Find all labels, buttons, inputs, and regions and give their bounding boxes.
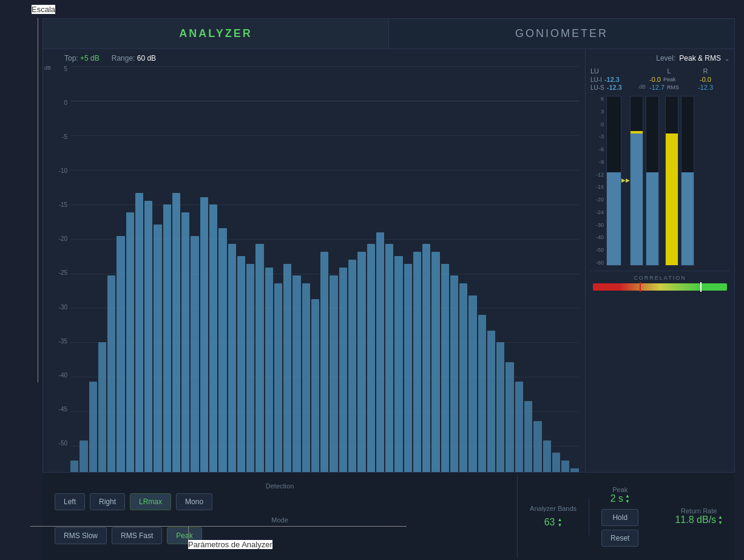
bar-23 — [283, 264, 291, 480]
bar-19 — [246, 264, 254, 480]
mode-rms-fast-btn[interactable]: RMS Fast — [112, 527, 162, 544]
return-stepper[interactable]: ▲▼ — [718, 514, 723, 525]
level-header: Level: Peak & RMS ⌄ — [590, 54, 729, 62]
vu-scale-n60: -60 — [590, 260, 604, 266]
r-header: R — [689, 67, 722, 75]
lu-s-val: -12.3 — [607, 84, 622, 91]
vu-scale-n16: -16 — [590, 184, 604, 190]
content-area: Top: +5 dB Range: 60 dB dB 5 0 -5 -10 -1… — [43, 49, 734, 511]
tab-analyzer[interactable]: ANALYZER — [43, 19, 389, 49]
detection-label: Detection — [55, 482, 505, 490]
bar-44 — [478, 315, 486, 480]
peak-val: 2 s ▲▼ — [610, 493, 630, 504]
level-dropdown-arrow[interactable]: ⌄ — [725, 55, 729, 62]
bar-38 — [422, 244, 430, 480]
lu-i-val: -12.3 — [604, 76, 620, 83]
det-right-btn[interactable]: Right — [90, 493, 125, 510]
bar-9 — [154, 224, 161, 480]
y-label-n45: -45 — [46, 407, 67, 413]
mode-buttons: RMS Slow RMS Fast Peak — [55, 527, 505, 544]
bar-31 — [357, 252, 365, 480]
bar-47 — [506, 362, 513, 480]
hold-btn[interactable]: Hold — [601, 509, 638, 526]
vu-r-peak-bar — [666, 133, 678, 265]
vu-scale-n40: -40 — [590, 234, 604, 240]
corr-indicator-red — [640, 282, 641, 292]
bar-14 — [200, 197, 208, 480]
det-left-btn[interactable]: Left — [55, 493, 85, 510]
y-axis: 5 0 -5 -10 -15 -20 -25 -30 -35 -40 -45 -… — [43, 66, 70, 481]
vu-lu-meter: ▶ — [606, 96, 621, 266]
bar-33 — [376, 232, 384, 480]
correlation-bar — [593, 283, 727, 291]
bar-13 — [191, 236, 198, 480]
mode-rms-slow-btn[interactable]: RMS Slow — [55, 527, 107, 544]
l-header: L — [649, 67, 689, 75]
bar-20 — [255, 244, 263, 480]
lu-col-header: LU LU-I -12.3 LU-S -12.3 — [590, 67, 639, 91]
vu-lu-bar — [607, 172, 621, 265]
bar-30 — [348, 260, 356, 480]
det-mono-btn[interactable]: Mono — [176, 493, 212, 510]
vu-scale-n50: -50 — [590, 247, 604, 253]
bar-39 — [431, 252, 439, 480]
vu-scale-n3: -3 — [590, 133, 604, 140]
lu-s-label: LU-S — [590, 84, 604, 91]
bar-29 — [339, 268, 347, 480]
y-label-n50: -50 — [46, 440, 67, 447]
bar-36 — [404, 264, 412, 480]
det-lrmax-btn[interactable]: LRmax — [130, 493, 171, 510]
l-peak-label: Peak — [663, 76, 676, 83]
params-line-h — [30, 526, 407, 527]
bar-35 — [394, 256, 402, 480]
y-label-n10: -10 — [46, 168, 67, 174]
bar-17 — [228, 244, 236, 480]
bar-16 — [218, 228, 226, 480]
l-rms-val: -12.7 — [649, 84, 665, 91]
y-label-n15: -15 — [46, 202, 67, 208]
mode-label: Mode — [55, 516, 505, 524]
bands-label: Analyzer Bands — [530, 505, 577, 512]
bottom-controls: Detection Left Right LRmax Mono Mode RMS… — [42, 472, 735, 560]
peak-hold-reset-col: Peak 2 s ▲▼ Hold Reset — [601, 486, 638, 547]
vu-scale-n30: -30 — [590, 222, 604, 228]
lu-header: LU — [590, 67, 639, 75]
bar-46 — [496, 342, 504, 480]
bar-6 — [126, 212, 134, 480]
bar-49 — [524, 401, 532, 480]
detection-group: Detection Left Right LRmax Mono — [55, 482, 505, 510]
bar-37 — [413, 252, 421, 480]
header-tabs: ANALYZER GONIOMETER — [43, 19, 734, 49]
gonio-panel: Level: Peak & RMS ⌄ LU LU-I -12.3 LU-S -… — [586, 49, 734, 511]
main-container: ANALYZER GONIOMETER Top: +5 dB Range: 60… — [42, 18, 735, 511]
vu-scale-n6: -6 — [590, 146, 604, 152]
vu-l-peak-meter: ▶ — [630, 96, 643, 266]
vu-l-peak-top — [631, 131, 643, 133]
tab-goniometer[interactable]: GONIOMETER — [389, 19, 734, 49]
level-value: Peak & RMS — [679, 54, 721, 62]
y-label-n5: -5 — [46, 134, 67, 140]
y-label-n25: -25 — [46, 270, 67, 276]
reset-btn[interactable]: Reset — [601, 530, 638, 547]
bar-24 — [293, 275, 300, 480]
peak-section: Peak 2 s ▲▼ — [610, 486, 630, 504]
return-value: 11.8 dB/s — [675, 514, 716, 525]
y-label-n40: -40 — [46, 373, 67, 379]
bar-5 — [117, 236, 124, 480]
bar-7 — [135, 193, 143, 480]
bar-50 — [533, 421, 541, 480]
peak-stepper[interactable]: ▲▼ — [625, 493, 630, 504]
vu-scale-n12: -12 — [590, 172, 604, 178]
bands-stepper[interactable]: ▲▼ — [558, 517, 563, 528]
bar-11 — [172, 193, 180, 480]
l-rms-label: RMS — [667, 84, 679, 90]
bar-41 — [450, 275, 458, 480]
bar-34 — [385, 244, 393, 480]
chart-area: dB 5 0 -5 -10 -15 -20 -25 -30 -35 -40 -4… — [43, 66, 585, 496]
bar-42 — [459, 283, 467, 480]
bar-40 — [441, 264, 449, 480]
correlation-label: CORRELATION — [590, 275, 729, 281]
vu-scale-n24: -24 — [590, 209, 604, 215]
vu-scale-6: 6 — [590, 96, 604, 102]
top-label: Top: +5 dB — [64, 54, 100, 62]
